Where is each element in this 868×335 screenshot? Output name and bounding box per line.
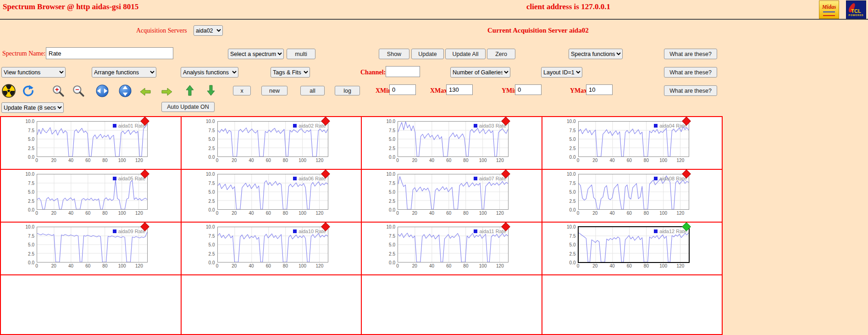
midas-logo-text: Midas xyxy=(822,4,836,11)
help-button-spectrum-row[interactable]: What are these? xyxy=(664,49,717,59)
log-button[interactable]: log xyxy=(335,86,360,95)
spectrum-name-input[interactable] xyxy=(46,47,173,59)
xmax-input[interactable] xyxy=(446,84,473,95)
y-axis-labels: 10.07.55.02.50.0 xyxy=(200,227,217,262)
y-axis-labels: 10.07.55.02.50.0 xyxy=(19,121,37,157)
plot-area[interactable]: aida12 Rate xyxy=(578,226,690,263)
arrow-left-icon[interactable] xyxy=(139,86,151,98)
chart-legend: aida05 Rate xyxy=(113,176,145,181)
arrow-up-icon[interactable] xyxy=(184,84,196,96)
gallery-cell[interactable]: 10.07.55.02.50.0 aida04 Rate 02040608010… xyxy=(542,117,722,169)
zero-button[interactable]: Zero xyxy=(487,49,515,59)
gallery-cell[interactable]: 10.07.55.02.50.0 aida07 Rate 02040608010… xyxy=(362,170,542,222)
chart-legend: aida08 Rate xyxy=(654,176,686,181)
layout-id-dropdown[interactable]: Layout ID=1 xyxy=(541,67,582,78)
zoom-in-icon[interactable]: + xyxy=(52,84,65,97)
plot-area[interactable]: aida06 Rate xyxy=(217,174,328,210)
show-button[interactable]: Show xyxy=(379,49,409,59)
spectrum-chart: 10.07.55.02.50.0 aida02 Rate 02040608010… xyxy=(200,121,328,164)
x-axis-labels: 020406080100120 xyxy=(217,210,328,217)
plot-area[interactable]: aida02 Rate xyxy=(217,121,328,157)
chart-legend: aida09 Rate xyxy=(113,229,145,234)
plot-area[interactable]: aida11 Rate xyxy=(398,227,509,262)
spectra-functions-dropdown[interactable]: Spectra functions xyxy=(569,49,623,59)
legend-square-icon xyxy=(654,124,658,128)
chart-legend: aida11 Rate xyxy=(474,229,506,234)
plot-area[interactable]: aida03 Rate xyxy=(398,121,509,157)
gallery-cell[interactable]: 10.07.55.02.50.0 aida02 Rate 02040608010… xyxy=(182,117,361,169)
chart-legend: aida04 Rate xyxy=(654,123,686,128)
client-address-text: client address is 127.0.0.1 xyxy=(526,2,610,11)
plot-area[interactable]: aida10 Rate xyxy=(217,227,328,262)
radiation-icon[interactable] xyxy=(2,84,16,98)
plot-area[interactable]: aida08 Rate xyxy=(578,174,689,210)
xmin-input[interactable] xyxy=(389,84,416,95)
y-axis-labels: 10.07.55.02.50.0 xyxy=(561,227,578,262)
legend-label: aida06 Rate xyxy=(299,176,326,181)
arrow-right-icon[interactable] xyxy=(161,86,173,98)
tcl-logo-subtext: POWERED xyxy=(849,14,864,17)
all-button[interactable]: all xyxy=(300,86,325,95)
y-axis-labels: 10.07.55.02.50.0 xyxy=(380,227,398,262)
gallery-cell[interactable]: 10.07.55.02.50.0 aida08 Rate 02040608010… xyxy=(542,170,722,222)
channel-input[interactable] xyxy=(386,66,420,77)
number-of-galleries-dropdown[interactable]: Number of Galleries xyxy=(450,67,510,78)
new-button[interactable]: new xyxy=(261,86,287,95)
arrow-down-icon[interactable] xyxy=(205,84,217,96)
x-axis-labels: 020406080100120 xyxy=(398,262,509,270)
plot-area[interactable]: aida04 Rate xyxy=(578,121,689,157)
gallery-cell[interactable]: 10.07.55.02.50.0 aida01 Rate 02040608010… xyxy=(1,117,181,169)
update-rate-dropdown[interactable]: Update Rate (8 secs) xyxy=(1,102,64,113)
ymin-input[interactable] xyxy=(515,84,542,95)
plot-area[interactable]: aida09 Rate xyxy=(37,227,148,262)
multi-button[interactable]: multi xyxy=(287,49,315,59)
view-functions-dropdown[interactable]: View functions xyxy=(1,67,66,78)
spectrum-chart: 10.07.55.02.50.0 aida07 Rate 02040608010… xyxy=(380,174,509,217)
help-button-tools-row[interactable]: What are these? xyxy=(664,85,717,96)
x-axis-labels: 020406080100120 xyxy=(398,210,509,217)
plot-area[interactable]: aida05 Rate xyxy=(37,174,148,210)
update-all-button[interactable]: Update All xyxy=(445,49,486,59)
y-axis-labels: 10.07.55.02.50.0 xyxy=(19,227,37,262)
x-button[interactable]: x xyxy=(233,86,251,95)
gallery-cell-empty xyxy=(542,275,722,334)
x-axis-labels: 020406080100120 xyxy=(578,262,689,270)
legend-label: aida04 Rate xyxy=(659,123,686,128)
update-button[interactable]: Update xyxy=(411,49,444,59)
zoom-out-icon[interactable]: − xyxy=(72,84,85,97)
spectrum-chart: 10.07.55.02.50.0 aida09 Rate 02040608010… xyxy=(19,227,148,270)
gallery-cell[interactable]: 10.07.55.02.50.0 aida09 Rate 02040608010… xyxy=(1,223,181,274)
tags-fits-dropdown[interactable]: Tags & Fits xyxy=(271,67,310,78)
analysis-functions-dropdown[interactable]: Analysis functions xyxy=(181,67,238,78)
pan-vertical-icon[interactable] xyxy=(119,84,132,97)
gallery-cell-empty xyxy=(1,275,181,334)
spectrum-chart: 10.07.55.02.50.0 aida01 Rate 02040608010… xyxy=(19,121,148,164)
page-title: Spectrum Browser @ http aidas-gsi 8015 xyxy=(3,2,138,11)
plot-area[interactable]: aida01 Rate xyxy=(37,121,148,157)
gallery-cell[interactable]: 10.07.55.02.50.0 aida06 Rate 02040608010… xyxy=(182,170,361,222)
legend-label: aida08 Rate xyxy=(659,176,686,181)
ymax-label: YMax xyxy=(570,87,587,95)
legend-square-icon xyxy=(654,177,658,180)
spectrum-chart: 10.07.55.02.50.0 aida05 Rate 02040608010… xyxy=(19,174,148,217)
help-button-functions-row[interactable]: What are these? xyxy=(664,67,717,78)
gallery-cell[interactable]: 10.07.55.02.50.0 aida11 Rate 02040608010… xyxy=(362,223,542,274)
pan-horizontal-icon[interactable] xyxy=(96,84,109,97)
legend-square-icon xyxy=(113,229,116,233)
select-spectrum-dropdown[interactable]: Select a spectrum xyxy=(228,49,284,59)
gallery-cell[interactable]: 10.07.55.02.50.0 aida03 Rate 02040608010… xyxy=(362,117,542,169)
acquisition-servers-select[interactable]: aida02 xyxy=(194,25,223,36)
y-axis-labels: 10.07.55.02.50.0 xyxy=(380,174,398,210)
spectrum-chart: 10.07.55.02.50.0 aida08 Rate 02040608010… xyxy=(561,174,689,217)
gallery-cell[interactable]: 10.07.55.02.50.0 aida05 Rate 02040608010… xyxy=(1,170,181,222)
refresh-icon[interactable] xyxy=(22,84,34,97)
arrange-functions-dropdown[interactable]: Arrange functions xyxy=(92,67,156,78)
gallery-cell[interactable]: 10.07.55.02.50.0 aida12 Rate 02040608010… xyxy=(542,223,722,274)
gallery-cell[interactable]: 10.07.55.02.50.0 aida10 Rate 02040608010… xyxy=(182,223,361,274)
legend-label: aida11 Rate xyxy=(479,229,506,234)
auto-update-button[interactable]: Auto Update ON xyxy=(161,102,215,112)
x-axis-labels: 020406080100120 xyxy=(578,157,689,164)
ymax-input[interactable] xyxy=(586,84,613,95)
chart-legend: aida12 Rate xyxy=(654,229,686,234)
plot-area[interactable]: aida07 Rate xyxy=(398,174,509,210)
